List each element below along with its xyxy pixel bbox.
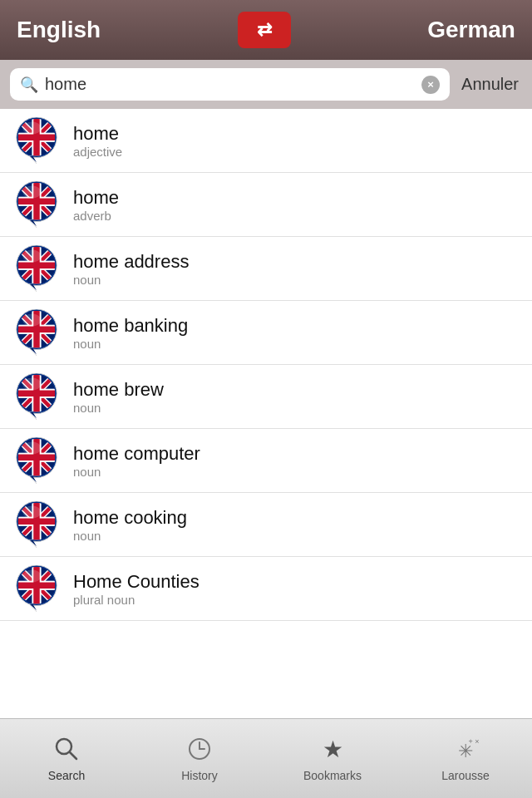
bookmarks-icon: ★ (319, 736, 346, 766)
language-flag-icon (13, 437, 60, 484)
source-language: English (17, 17, 101, 43)
language-flag-icon (13, 117, 60, 164)
tab-label-bookmarks: Bookmarks (303, 769, 362, 782)
clear-search-button[interactable]: × (421, 76, 440, 94)
svg-point-27 (22, 186, 41, 199)
search-input[interactable] (45, 75, 415, 94)
tab-bookmarks[interactable]: ★ Bookmarks (266, 736, 399, 782)
language-flag-icon (13, 565, 60, 612)
svg-text:★: ★ (323, 736, 343, 762)
svg-point-69 (22, 378, 41, 391)
part-of-speech-label: adverb (73, 209, 119, 223)
svg-rect-66 (18, 391, 56, 397)
svg-rect-24 (18, 199, 56, 204)
svg-rect-94 (18, 519, 56, 525)
search-input-container: 🔍 × (10, 68, 450, 101)
tab-label-larousse: Larousse (441, 769, 490, 782)
svg-rect-10 (18, 135, 56, 140)
svg-rect-38 (18, 263, 56, 268)
svg-point-55 (22, 314, 41, 327)
tab-bar: Search History ★ Bookmarks ✳ + × Larouss… (0, 718, 532, 798)
swap-icon: ⇄ (257, 19, 272, 41)
search-icon (53, 736, 80, 766)
history-icon (186, 736, 213, 766)
part-of-speech-label: noun (73, 273, 189, 287)
svg-rect-80 (18, 455, 56, 461)
svg-line-113 (70, 752, 76, 759)
language-flag-icon (13, 501, 60, 548)
swap-languages-button[interactable]: ⇄ (238, 12, 291, 48)
part-of-speech-label: noun (73, 465, 200, 479)
target-language: German (427, 17, 515, 43)
word-label: Home Counties (73, 571, 200, 593)
part-of-speech-label: adjective (73, 145, 122, 159)
tab-larousse[interactable]: ✳ + × Larousse (399, 736, 532, 782)
word-label: home banking (73, 315, 188, 337)
list-item[interactable]: home cooking noun (0, 493, 532, 557)
tab-history[interactable]: History (133, 736, 266, 782)
language-flag-icon (13, 309, 60, 356)
list-item[interactable]: Home Counties plural noun (0, 557, 532, 621)
svg-text:+ ×: + × (468, 737, 479, 746)
word-label: home (73, 123, 122, 145)
word-label: home cooking (73, 507, 187, 529)
list-item[interactable]: home brew noun (0, 365, 532, 429)
word-label: home (73, 187, 119, 209)
list-item[interactable]: home banking noun (0, 301, 532, 365)
part-of-speech-label: noun (73, 337, 188, 351)
svg-rect-108 (18, 583, 56, 589)
svg-point-83 (22, 442, 41, 455)
word-label: home brew (73, 379, 164, 401)
part-of-speech-label: plural noun (73, 593, 200, 607)
svg-rect-52 (18, 327, 56, 332)
search-bar: 🔍 × Annuler (0, 60, 532, 109)
search-tab-icon (53, 736, 80, 762)
part-of-speech-label: noun (73, 529, 187, 543)
svg-point-111 (22, 570, 41, 583)
larousse-icon: ✳ + × (452, 736, 479, 766)
word-label: home address (73, 251, 189, 273)
list-item[interactable]: home computer noun (0, 429, 532, 493)
language-flag-icon (13, 373, 60, 420)
language-flag-icon (13, 181, 60, 228)
search-icon: 🔍 (20, 76, 38, 94)
larousse-tab-icon: ✳ + × (452, 736, 479, 762)
part-of-speech-label: noun (73, 401, 164, 415)
app-header: English ⇄ German (0, 0, 532, 60)
tab-label-history: History (181, 769, 218, 782)
cancel-button[interactable]: Annuler (458, 75, 522, 94)
history-tab-icon (186, 736, 213, 762)
results-list: home adjective (0, 109, 532, 721)
bookmarks-tab-icon: ★ (319, 736, 346, 762)
svg-point-97 (22, 506, 41, 519)
list-item[interactable]: home address noun (0, 237, 532, 301)
language-flag-icon (13, 245, 60, 292)
list-item[interactable]: home adjective (0, 109, 532, 173)
word-label: home computer (73, 443, 200, 465)
svg-point-13 (22, 122, 41, 135)
tab-search[interactable]: Search (0, 736, 133, 782)
svg-point-41 (22, 250, 41, 263)
tab-label-search: Search (48, 769, 85, 782)
list-item[interactable]: home adverb (0, 173, 532, 237)
